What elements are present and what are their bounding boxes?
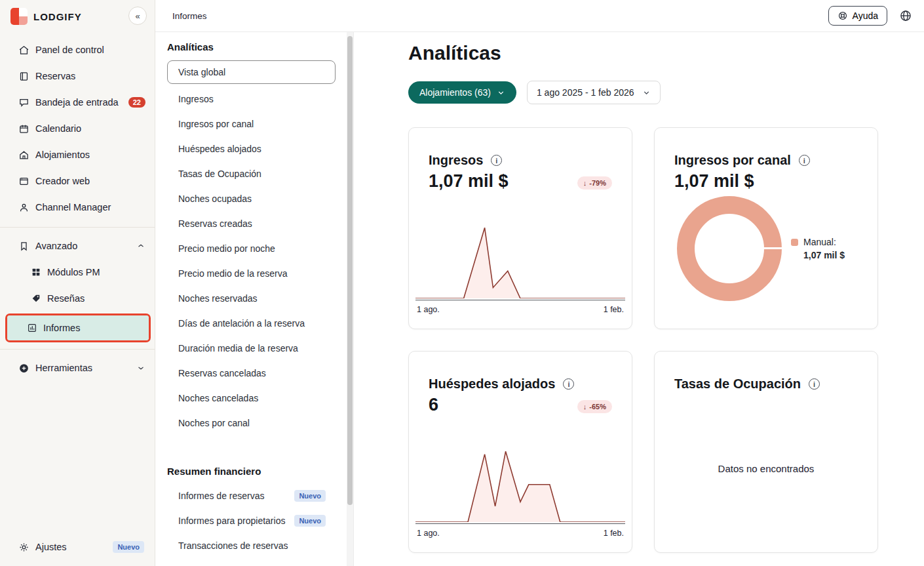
delta-badge: ↓ -65% (577, 400, 612, 413)
card-title: Ingresos por canal (674, 153, 791, 168)
ingresos-sparkline (415, 226, 625, 298)
home-icon (18, 45, 29, 56)
card-huespedes-alojados: Huéspedes alojados i 6 ↓ -65% 1 ago. 1 f… (408, 351, 632, 553)
subnav-item-noches-reservadas[interactable]: Noches reservadas (167, 286, 353, 311)
inbox-count-badge: 22 (128, 97, 145, 108)
sidebar-item-alojamientos[interactable]: Alojamientos (0, 142, 155, 168)
subnav-item-precio-medio-por-noche[interactable]: Precio medio por noche (167, 236, 353, 261)
subnav-item-informes-para-propietarios[interactable]: Informes para propietarios Nuevo (167, 508, 353, 533)
sidebar-item-modulos-pm[interactable]: Módulos PM (0, 259, 155, 285)
plus-circle-icon (18, 363, 29, 374)
subnav-item-ingresos-por-canal[interactable]: Ingresos por canal (167, 111, 353, 136)
chevron-up-icon (136, 241, 145, 251)
date-range-select[interactable]: 1 ago 2025 - 1 feb 2026 (527, 81, 661, 104)
chevron-down-icon (136, 363, 145, 373)
card-ingresos: Ingresos i 1,07 mil $ ↓ -79% 1 ago. 1 fe… (408, 127, 632, 329)
topbar: Informes Ayuda (155, 0, 924, 32)
gear-icon (18, 542, 29, 553)
chevron-down-icon (497, 89, 505, 97)
empty-state-message: Datos no encontrados (655, 463, 877, 474)
breadcrumb: Informes (172, 11, 207, 21)
subnav-item-reservas-creadas[interactable]: Reservas creadas (167, 211, 353, 236)
subnav-item-duracion-media[interactable]: Duración media de la reserva (167, 336, 353, 361)
sidebar-item-bandeja-de-entrada[interactable]: Bandeja de entrada 22 (0, 89, 155, 115)
delta-badge: ↓ -79% (577, 176, 612, 190)
person-icon (18, 202, 29, 213)
main-content: Analíticas Alojamientos (63) 1 ago 2025 … (354, 32, 924, 566)
bookmark-icon (18, 241, 29, 252)
info-icon[interactable]: i (491, 155, 502, 166)
info-icon[interactable]: i (563, 378, 574, 390)
subnav-item-transacciones-de-reservas[interactable]: Transacciones de reservas (167, 533, 353, 558)
subnav-section-title-financial: Resumen financiero (167, 466, 353, 477)
sidebar-collapse-button[interactable]: « (128, 7, 147, 25)
chevron-down-icon (642, 89, 651, 97)
sidebar-divider (0, 227, 155, 228)
sidebar-item-informes[interactable]: Informes (7, 315, 149, 340)
sidebar-item-calendario[interactable]: Calendario (0, 115, 155, 142)
card-title: Ingresos (429, 153, 483, 168)
tag-icon (31, 293, 41, 304)
subnav-item-ingresos[interactable]: Ingresos (167, 87, 353, 111)
subnav-item-precio-medio-de-la-reserva[interactable]: Precio medio de la reserva (167, 261, 353, 286)
card-title: Tasas de Ocupación (674, 376, 801, 392)
card-ingresos-por-canal: Ingresos por canal i 1,07 mil $ Manual: … (654, 127, 878, 329)
subnav-item-tasas-de-ocupacion[interactable]: Tasas de Ocupación (167, 161, 353, 186)
legend-swatch (791, 239, 798, 246)
subnav-scrollbar-thumb[interactable] (347, 36, 353, 505)
bar-chart-icon (27, 323, 37, 333)
arrow-down-icon: ↓ (583, 179, 587, 187)
subnav-section-title: Analíticas (167, 41, 353, 52)
info-icon[interactable]: i (809, 378, 820, 390)
subnav-item-huespedes-alojados[interactable]: Huéspedes alojados (167, 136, 353, 161)
browser-icon (18, 176, 29, 187)
arrow-down-icon: ↓ (583, 403, 587, 411)
x-axis: 1 ago. 1 feb. (415, 300, 625, 321)
subnav-item-noches-ocupadas[interactable]: Noches ocupadas (167, 186, 353, 211)
sidebar-divider-2 (0, 349, 155, 350)
subnav-scrollbar[interactable] (347, 32, 353, 566)
card-value: 1,07 mil $ (674, 171, 862, 192)
globe-icon (899, 9, 912, 22)
house-icon (18, 150, 29, 161)
card-title: Huéspedes alojados (429, 376, 555, 392)
calendar-icon (18, 123, 29, 134)
language-globe-button[interactable] (899, 9, 912, 22)
nuevo-badge: Nuevo (294, 490, 326, 502)
informes-highlight-box: Informes (5, 313, 151, 342)
subnav-item-noches-por-canal[interactable]: Noches por canal (167, 411, 353, 435)
donut-segment-gap (761, 247, 782, 249)
lodgify-logo-icon (10, 8, 28, 25)
book-icon (18, 71, 29, 82)
subnav-item-noches-canceladas[interactable]: Noches canceladas (167, 386, 353, 411)
sidebar-item-reservas[interactable]: Reservas (0, 63, 155, 89)
nuevo-badge: Nuevo (294, 515, 326, 527)
reports-subnav: Analíticas Vista global Ingresos Ingreso… (155, 32, 354, 566)
sidebar-group-herramientas[interactable]: Herramientas (0, 355, 155, 381)
sidebar-item-panel-de-control[interactable]: Panel de control (0, 37, 155, 63)
page-title: Analíticas (408, 42, 924, 64)
sidebar: LODGIFY « Panel de control Reservas Band… (0, 0, 155, 566)
card-tasas-de-ocupacion: Tasas de Ocupación i Datos no encontrado… (654, 351, 878, 553)
grid-icon (31, 267, 41, 277)
sidebar-item-channel-manager[interactable]: Channel Manager (0, 194, 155, 220)
subnav-item-dias-de-antelacion[interactable]: Días de antelación a la reserva (167, 311, 353, 336)
help-icon (837, 10, 848, 21)
ajustes-nuevo-badge: Nuevo (113, 541, 144, 553)
sidebar-item-resenas[interactable]: Reseñas (0, 285, 155, 312)
accommodations-filter-button[interactable]: Alojamientos (63) (408, 81, 516, 104)
help-button[interactable]: Ayuda (828, 6, 887, 26)
subnav-item-informes-de-reservas[interactable]: Informes de reservas Nuevo (167, 483, 353, 508)
inbox-icon (18, 97, 29, 108)
sidebar-item-ajustes[interactable]: Ajustes Nuevo (0, 535, 155, 559)
subnav-item-reservas-canceladas[interactable]: Reservas canceladas (167, 361, 353, 386)
sidebar-item-creador-web[interactable]: Creador web (0, 168, 155, 194)
donut-legend: Manual: 1,07 mil $ (791, 237, 845, 260)
brand-name: LODGIFY (33, 11, 82, 22)
sidebar-group-avanzado[interactable]: Avanzado (0, 233, 155, 259)
x-axis: 1 ago. 1 feb. (415, 523, 625, 544)
huespedes-sparkline (415, 450, 625, 522)
info-icon[interactable]: i (799, 155, 810, 166)
subnav-item-vista-global[interactable]: Vista global (167, 60, 336, 84)
